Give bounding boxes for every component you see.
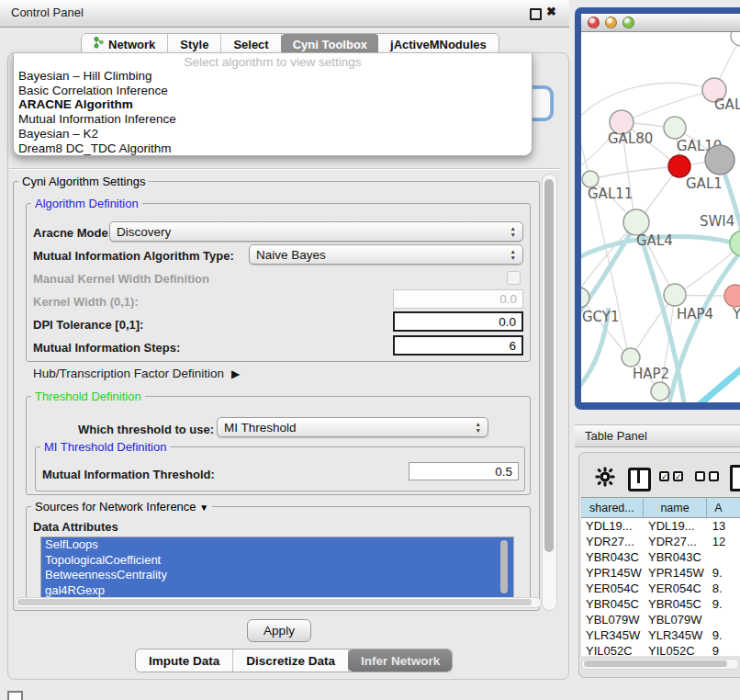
checkbox-checked-icon: ✓ — [673, 471, 683, 481]
network-node[interactable] — [724, 285, 740, 307]
table-row[interactable]: YDL19...YDL19...13 — [581, 518, 740, 534]
algorithm-option[interactable]: Bayesian – K2 — [14, 127, 532, 141]
attribute-list-item[interactable]: TopologicalCoefficient — [41, 553, 513, 569]
table-row[interactable]: YDR27...YDR27...12 — [581, 534, 740, 549]
network-node[interactable] — [623, 209, 649, 235]
data-attributes-label: Data Attributes — [33, 520, 118, 534]
mi-algorithm-type-select[interactable]: Naive Bayes ▲▼ — [249, 244, 523, 265]
algorithm-option[interactable]: ARACNE Algorithm — [14, 97, 532, 112]
close-traffic-light-icon[interactable] — [588, 17, 600, 28]
table-cell: 8. — [708, 581, 740, 596]
settings-hscrollbar-track[interactable] — [15, 597, 542, 608]
settings-scrollbar-thumb[interactable] — [544, 179, 554, 552]
tab-infer-network[interactable]: Infer Network — [348, 649, 453, 672]
close-icon[interactable]: ✖ — [546, 5, 556, 18]
dpi-tolerance-label: DPI Tolerance [0,1]: — [33, 318, 143, 332]
document-icon[interactable] — [730, 465, 740, 491]
minimize-traffic-light-icon[interactable] — [605, 17, 617, 28]
table-cell: YBL079W — [644, 612, 708, 627]
column-header-shared-name[interactable]: shared... — [581, 498, 644, 517]
tab-impute-data-label: Impute Data — [149, 654, 219, 668]
table-cell: 12 — [708, 534, 740, 549]
which-threshold-value: MI Threshold — [224, 421, 297, 435]
network-node[interactable] — [730, 231, 740, 256]
mi-steps-input[interactable]: 6 — [393, 335, 523, 356]
algorithm-option[interactable]: Mutual Information Inference — [14, 112, 532, 127]
table-row[interactable]: YBR045CYBR045C9. — [581, 596, 740, 612]
gear-icon[interactable] — [595, 467, 615, 491]
algorithm-dropdown-prompt: Select algorithm to view settings — [14, 53, 532, 69]
network-edge — [699, 365, 740, 402]
attribute-list-item[interactable]: BetweennessCentrality — [41, 568, 513, 583]
network-edge — [581, 110, 590, 179]
network-node[interactable] — [622, 348, 640, 367]
sources-group-title[interactable]: Sources for Network Inference ▼ — [31, 500, 212, 514]
table-hscrollbar-thumb[interactable] — [584, 660, 727, 667]
floating-panel-icon-partial[interactable] — [7, 691, 23, 700]
mi-algorithm-type-label: Mutual Information Algorithm Type: — [33, 249, 234, 263]
which-threshold-select[interactable]: MI Threshold ▲▼ — [217, 417, 488, 437]
table-row[interactable]: YIL052CYIL052C9 — [581, 643, 740, 656]
tab-style[interactable]: Style — [168, 34, 221, 54]
aracne-mode-value: Discovery — [117, 225, 171, 239]
attribute-list-item[interactable]: SelfLoops — [41, 537, 513, 553]
split-columns-icon[interactable] — [628, 468, 651, 491]
network-edge — [590, 167, 669, 179]
aracne-mode-label: Aracne Mode: — [33, 226, 112, 240]
attribute-list-item[interactable]: gal4RGexp — [41, 583, 513, 599]
checkbox-unchecked-icon — [709, 471, 719, 481]
select-all-columns-icon[interactable]: ✓ ✓ — [659, 471, 683, 481]
tab-network-label: Network — [108, 38, 155, 51]
table-cell: YBR043C — [581, 549, 644, 565]
hub-definition-expander[interactable]: Hub/Transcription Factor Definition ▶ — [33, 367, 240, 380]
settings-scrollbar-track[interactable] — [542, 174, 557, 611]
network-node[interactable] — [668, 155, 690, 177]
data-attributes-list[interactable]: SelfLoopsTopologicalCoefficientBetweenne… — [40, 536, 514, 599]
zoom-traffic-light-icon[interactable] — [622, 17, 634, 28]
column-header-name[interactable]: name — [644, 498, 708, 517]
checkbox-checked-icon: ✓ — [659, 471, 669, 481]
network-node-label: SWI4 — [700, 213, 734, 230]
table-hscrollbar-track[interactable] — [581, 659, 739, 670]
network-node[interactable] — [664, 284, 686, 306]
tab-impute-data[interactable]: Impute Data — [136, 649, 233, 672]
deselect-all-columns-icon[interactable] — [695, 471, 719, 481]
network-canvas[interactable]: GALGAL80GAL10GAL1GAL11GAL4SWI4GCY1HAP4YH… — [581, 32, 740, 402]
network-node[interactable] — [731, 32, 740, 46]
float-window-icon[interactable] — [530, 8, 542, 20]
table-cell: YIL052C — [581, 643, 644, 656]
tab-discretize-data[interactable]: Discretize Data — [233, 649, 349, 672]
checkbox-unchecked-icon — [695, 471, 705, 481]
network-node[interactable] — [581, 288, 589, 308]
network-node[interactable] — [664, 117, 686, 139]
table-row[interactable]: YPR145WYPR145W9. — [581, 565, 740, 581]
algorithm-option[interactable]: Dream8 DC_TDC Algorithm — [14, 141, 532, 156]
tab-jactivemnodules[interactable]: jActiveMNodules — [378, 34, 499, 54]
table-row[interactable]: YBR043CYBR043C — [581, 549, 740, 565]
network-node[interactable] — [705, 145, 734, 175]
network-node[interactable] — [651, 382, 669, 401]
tab-network[interactable]: Network — [82, 34, 168, 54]
expander-arrow-right-icon: ▶ — [231, 367, 240, 380]
manual-kernel-checkbox[interactable] — [507, 271, 521, 285]
algorithm-option[interactable]: Bayesian – Hill Climbing — [14, 69, 532, 84]
apply-button[interactable]: Apply — [247, 619, 311, 642]
table-cell: YLR345W — [644, 627, 708, 643]
column-header-partial[interactable]: A — [707, 498, 740, 517]
mi-threshold-label: Mutual Information Threshold: — [42, 468, 215, 481]
mi-threshold-input[interactable]: 0.5 — [409, 462, 519, 480]
attributes-scrollbar-thumb[interactable] — [500, 540, 508, 593]
tab-cyni-toolbox[interactable]: Cyni Toolbox — [281, 34, 379, 54]
algorithm-option[interactable]: Basic Correlation Inference — [14, 84, 532, 98]
dpi-tolerance-input[interactable]: 0.0 — [393, 311, 523, 332]
kernel-width-input[interactable]: 0.0 — [393, 289, 523, 309]
table-row[interactable]: YBL079WYBL079W — [581, 612, 740, 627]
combo-arrows-icon: ▲▼ — [476, 422, 481, 433]
table-row[interactable]: YLR345WYLR345W9. — [581, 627, 740, 643]
network-window-titlebar[interactable] — [581, 14, 740, 32]
table-row[interactable]: YER054CYER054C8. — [581, 581, 740, 596]
tab-select[interactable]: Select — [221, 34, 281, 54]
aracne-mode-select[interactable]: Discovery ▲▼ — [109, 221, 523, 242]
settings-hscrollbar-thumb[interactable] — [17, 599, 532, 605]
control-panel-titlebar — [0, 0, 569, 28]
